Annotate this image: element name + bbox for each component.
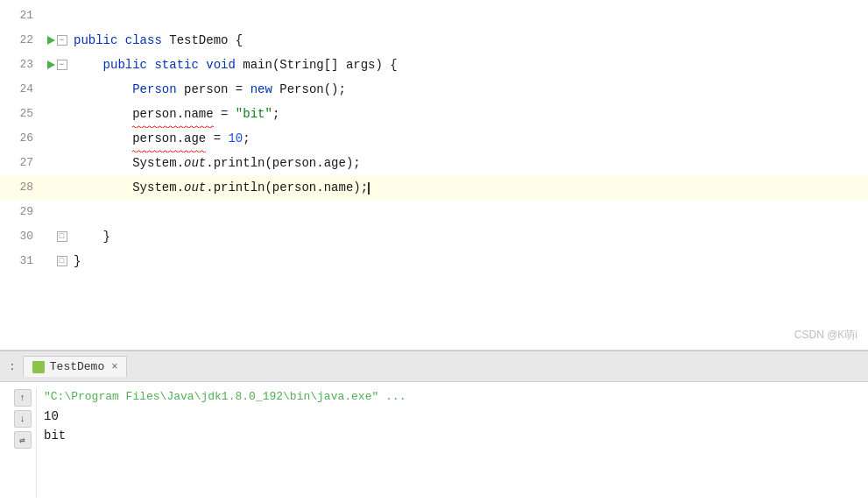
code-content: Person person = new Person(); (70, 77, 346, 102)
colon-separator: : (9, 360, 16, 373)
line-number: 23 (0, 53, 44, 77)
code-content: person.age = 10; (70, 126, 251, 151)
code-token: System. (132, 181, 184, 195)
code-token: } (74, 254, 81, 268)
line-number: 30 (0, 224, 44, 249)
watermark: CSDN @K萌i (794, 328, 857, 343)
line-number: 28 (0, 175, 44, 200)
code-line: 31□} (0, 249, 868, 273)
code-line: 23− public static void main(String[] arg… (0, 53, 868, 77)
code-token: out (184, 156, 206, 170)
terminal-path-line: "C:\Program Files\Java\jdk1.8.0_192\bin\… (44, 387, 868, 407)
line-number: 31 (0, 249, 44, 273)
run-arrow-icon[interactable] (47, 60, 55, 69)
line-number: 24 (0, 77, 44, 102)
code-line: 25 person.name = "bit"; (0, 102, 868, 126)
code-token: public class (74, 33, 162, 47)
code-content: System.out.println(person.age); (70, 151, 361, 175)
terminal-sidebar: ↑ ↓ ⇌ (9, 387, 37, 498)
code-line: 30□ } (0, 224, 868, 249)
gutter: − (44, 60, 70, 70)
code-content: public class TestDemo { (70, 28, 243, 53)
tab-icon (32, 361, 45, 373)
code-token: = (206, 131, 228, 145)
code-token: .println(person.name); (206, 181, 368, 195)
code-line: 29 (0, 200, 868, 224)
code-token: } (103, 230, 110, 244)
code-token: "bit" (236, 107, 272, 121)
scroll-down-button[interactable]: ↓ (14, 410, 32, 428)
code-token: Person(); (272, 82, 346, 96)
code-token: Person (132, 82, 176, 96)
line-number: 25 (0, 102, 44, 126)
code-line: 27 System.out.println(person.age); (0, 151, 868, 175)
code-line: 26 person.age = 10; (0, 126, 868, 151)
fold-icon[interactable]: □ (57, 256, 67, 266)
gutter: □ (44, 231, 70, 242)
terminal-content: "C:\Program Files\Java\jdk1.8.0_192\bin\… (44, 387, 868, 498)
terminal-body: ↑ ↓ ⇌ "C:\Program Files\Java\jdk1.8.0_19… (0, 382, 868, 503)
run-arrow-icon[interactable] (47, 36, 55, 45)
terminal-tab-label: TestDemo (50, 360, 104, 373)
code-token: .println(person.age); (206, 156, 360, 170)
code-token: person.age (132, 126, 206, 151)
gutter: □ (44, 256, 70, 266)
code-token: new (251, 82, 272, 96)
code-line: 22−public class TestDemo { (0, 28, 868, 53)
code-editor: 2122−public class TestDemo {23− public s… (0, 0, 868, 351)
code-line: 21 (0, 4, 868, 28)
code-content: person.name = "bit"; (70, 102, 279, 126)
code-token: ; (243, 131, 250, 145)
code-token: TestDemo { (162, 33, 243, 47)
terminal-outputs: 10bit (44, 407, 868, 445)
code-token: = (214, 107, 236, 121)
scroll-up-button[interactable]: ↑ (14, 389, 32, 407)
terminal-output-line: 10 (44, 407, 868, 426)
code-token (199, 58, 206, 72)
terminal-close-button[interactable]: × (111, 361, 117, 373)
code-token: ; (272, 107, 279, 121)
fold-icon[interactable]: − (57, 60, 67, 70)
code-token: main(String[] args) { (236, 58, 398, 72)
code-line: 24 Person person = new Person(); (0, 77, 868, 102)
fold-icon[interactable]: − (57, 35, 67, 46)
terminal-header: : TestDemo × (0, 351, 868, 382)
line-number: 22 (0, 28, 44, 53)
line-number: 21 (0, 4, 44, 28)
code-token: 10 (228, 131, 243, 145)
code-token: static (154, 58, 198, 72)
code-content: } (70, 249, 81, 273)
code-lines: 2122−public class TestDemo {23− public s… (0, 0, 868, 273)
line-number: 27 (0, 151, 44, 175)
code-token: void (206, 58, 236, 72)
code-token: System. (132, 156, 184, 170)
terminal-output-line: bit (44, 426, 868, 445)
line-number: 29 (0, 200, 44, 224)
text-cursor (368, 182, 370, 195)
wrap-button[interactable]: ⇌ (14, 431, 32, 449)
code-token: out (184, 181, 206, 195)
terminal-tab[interactable]: TestDemo × (23, 356, 128, 377)
code-content: public static void main(String[] args) { (70, 53, 398, 77)
code-token: person.name (132, 102, 213, 126)
code-content: System.out.println(person.name); (70, 175, 370, 200)
gutter: − (44, 35, 70, 46)
line-number: 26 (0, 126, 44, 151)
code-token: person = (177, 82, 251, 96)
code-line: 28 System.out.println(person.name); (0, 175, 868, 200)
code-content: } (70, 224, 110, 249)
fold-icon[interactable]: □ (57, 231, 67, 242)
code-token: public (103, 58, 147, 72)
